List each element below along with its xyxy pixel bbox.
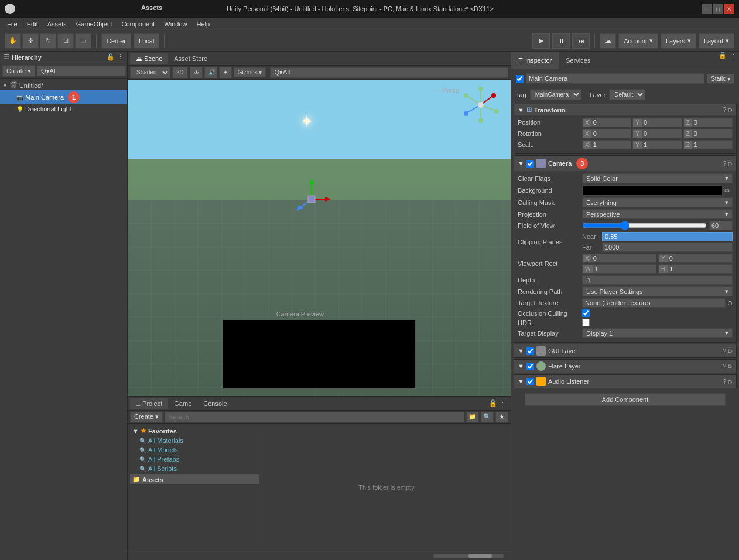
scale-y-field[interactable]: Y bbox=[632, 140, 682, 149]
fav-item-scripts[interactable]: 🔍 All Scripts bbox=[130, 464, 259, 473]
scene-item-untitled[interactable]: ▼ 🎬 Untitled* bbox=[0, 80, 127, 90]
fav-item-materials[interactable]: 🔍 All Materials bbox=[130, 436, 259, 445]
tab-scene[interactable]: ⛰ Scene bbox=[130, 53, 168, 64]
minimize-button[interactable]: ─ bbox=[702, 4, 712, 14]
target-display-btn[interactable]: Display 1 ▾ bbox=[582, 328, 733, 338]
culling-mask-dropdown[interactable]: Everything ▾ bbox=[582, 197, 733, 207]
camera-settings-icon[interactable]: ⚙ bbox=[727, 161, 733, 167]
hierarchy-create-button[interactable]: Create ▾ bbox=[2, 65, 35, 77]
rotation-y-input[interactable] bbox=[642, 129, 682, 138]
menu-file[interactable]: File bbox=[2, 19, 22, 29]
flare-reference-icon[interactable]: ? bbox=[723, 363, 726, 370]
cloud-button[interactable]: ☁ bbox=[600, 33, 616, 49]
camera-header[interactable]: ▼ Camera 3 ? ⚙ bbox=[514, 156, 736, 171]
gui-settings-icon[interactable]: ⚙ bbox=[727, 348, 733, 354]
fov-value-input[interactable] bbox=[709, 221, 733, 230]
render-path-dropdown[interactable]: Use Player Settings ▾ bbox=[582, 286, 733, 296]
tab-inspector[interactable]: ☰ Inspector bbox=[511, 52, 559, 69]
layout-button[interactable]: Layout ▾ bbox=[699, 33, 734, 49]
clip-near-input[interactable] bbox=[602, 232, 733, 241]
scene-view[interactable]: ✦ bbox=[128, 80, 511, 396]
layers-button[interactable]: Layers ▾ bbox=[661, 33, 696, 49]
gameobject-name-field[interactable] bbox=[526, 73, 704, 84]
inspector-menu-icon[interactable]: ⋮ bbox=[730, 52, 737, 69]
flare-layer-enabled-checkbox[interactable] bbox=[526, 363, 534, 370]
step-button[interactable]: ⏭ bbox=[572, 33, 590, 49]
rotate-tool-button[interactable]: ↻ bbox=[40, 33, 56, 49]
audio-settings-icon[interactable]: ⚙ bbox=[727, 378, 733, 385]
clip-far-input[interactable] bbox=[602, 243, 733, 252]
viewport-y-input[interactable] bbox=[668, 254, 732, 262]
viewport-h-input[interactable] bbox=[668, 265, 732, 273]
projection-btn[interactable]: Perspective ▾ bbox=[582, 209, 733, 219]
audio-listener-header[interactable]: ▼ Audio Listener ? ⚙ bbox=[514, 375, 736, 388]
rotation-y-field[interactable]: Y bbox=[632, 129, 682, 138]
target-texture-input[interactable] bbox=[582, 298, 726, 308]
layer-select[interactable]: Default bbox=[609, 89, 645, 100]
project-search-button[interactable]: 🔍 bbox=[481, 412, 494, 422]
scale-x-input[interactable] bbox=[591, 141, 631, 149]
tab-project[interactable]: ☰ Project bbox=[130, 398, 168, 409]
occlusion-checkbox[interactable] bbox=[582, 309, 590, 317]
viewport-x-field[interactable]: X bbox=[582, 254, 656, 263]
menu-edit[interactable]: Edit bbox=[22, 19, 43, 29]
scale-x-field[interactable]: X bbox=[582, 140, 631, 149]
win-controls[interactable]: ─ □ ✕ bbox=[702, 4, 734, 14]
clear-flags-dropdown[interactable]: Solid Color ▾ bbox=[582, 173, 733, 183]
hand-tool-button[interactable]: ✋ bbox=[5, 33, 21, 49]
render-path-btn[interactable]: Use Player Settings ▾ bbox=[582, 286, 733, 296]
audio-toggle-button[interactable]: 🔊 bbox=[204, 67, 217, 78]
camera-reference-icon[interactable]: ? bbox=[723, 161, 726, 167]
target-display-dropdown[interactable]: Display 1 ▾ bbox=[582, 328, 733, 338]
local-button[interactable]: Local bbox=[134, 33, 159, 49]
scale-y-input[interactable] bbox=[642, 141, 682, 149]
lighting-button[interactable]: ☀ bbox=[190, 67, 203, 78]
project-menu-icon[interactable]: ⋮ bbox=[499, 399, 506, 407]
viewport-x-input[interactable] bbox=[591, 254, 656, 262]
viewport-y-field[interactable]: Y bbox=[658, 254, 733, 263]
project-star-button[interactable]: ★ bbox=[495, 412, 508, 422]
rotation-z-field[interactable]: Z bbox=[683, 129, 733, 138]
assets-folder-item[interactable]: 📁 Assets bbox=[130, 474, 259, 484]
tab-console[interactable]: Console bbox=[197, 398, 232, 409]
gui-layer-enabled-checkbox[interactable] bbox=[526, 347, 534, 355]
project-scroll[interactable] bbox=[433, 554, 504, 558]
target-texture-picker-icon[interactable]: ⊙ bbox=[727, 299, 733, 307]
culling-mask-btn[interactable]: Everything ▾ bbox=[582, 197, 733, 207]
flare-settings-icon[interactable]: ⚙ bbox=[727, 363, 733, 370]
shading-select[interactable]: Shaded bbox=[130, 67, 170, 78]
position-y-field[interactable]: Y bbox=[632, 118, 682, 127]
play-button[interactable]: ▶ bbox=[532, 33, 550, 49]
menu-window[interactable]: Window bbox=[159, 19, 191, 29]
rotation-x-field[interactable]: X bbox=[582, 129, 631, 138]
projection-dropdown[interactable]: Perspective ▾ bbox=[582, 209, 733, 219]
menu-component[interactable]: Component bbox=[117, 19, 159, 29]
fx-button[interactable]: ✦ bbox=[219, 67, 232, 78]
pause-button[interactable]: ⏸ bbox=[552, 33, 570, 49]
rect-tool-button[interactable]: ▭ bbox=[75, 33, 91, 49]
clear-flags-btn[interactable]: Solid Color ▾ bbox=[582, 173, 733, 183]
menu-gameobject[interactable]: GameObject bbox=[71, 19, 117, 29]
gui-reference-icon[interactable]: ? bbox=[723, 348, 726, 354]
hierarchy-item-directional-light[interactable]: 💡 Directional Light bbox=[0, 104, 127, 114]
menu-help[interactable]: Help bbox=[191, 19, 214, 29]
project-folder-button[interactable]: 📁 bbox=[466, 412, 479, 422]
hierarchy-menu-icon[interactable]: ⋮ bbox=[117, 53, 124, 61]
hierarchy-item-main-camera[interactable]: 📷 Main Camera 1 bbox=[0, 90, 127, 104]
position-x-input[interactable] bbox=[591, 118, 631, 127]
menu-assets[interactable]: Assets bbox=[43, 19, 71, 29]
maximize-button[interactable]: □ bbox=[713, 4, 723, 14]
eyedropper-button[interactable]: ✏ bbox=[723, 186, 733, 196]
tag-select[interactable]: MainCamera bbox=[530, 89, 581, 100]
scale-z-input[interactable] bbox=[692, 141, 732, 149]
flare-layer-header[interactable]: ▼ Flare Layer ? ⚙ bbox=[514, 360, 736, 373]
gameobject-active-checkbox[interactable] bbox=[516, 75, 524, 83]
scale-tool-button[interactable]: ⊡ bbox=[57, 33, 74, 49]
rotation-z-input[interactable] bbox=[692, 129, 732, 138]
camera-enabled-checkbox[interactable] bbox=[526, 160, 534, 168]
position-z-input[interactable] bbox=[692, 118, 732, 127]
add-component-button[interactable]: Add Component bbox=[525, 393, 726, 406]
center-button[interactable]: Center bbox=[101, 33, 131, 49]
tab-game[interactable]: Game bbox=[168, 398, 197, 409]
transform-settings-icon[interactable]: ⚙ bbox=[727, 107, 733, 113]
